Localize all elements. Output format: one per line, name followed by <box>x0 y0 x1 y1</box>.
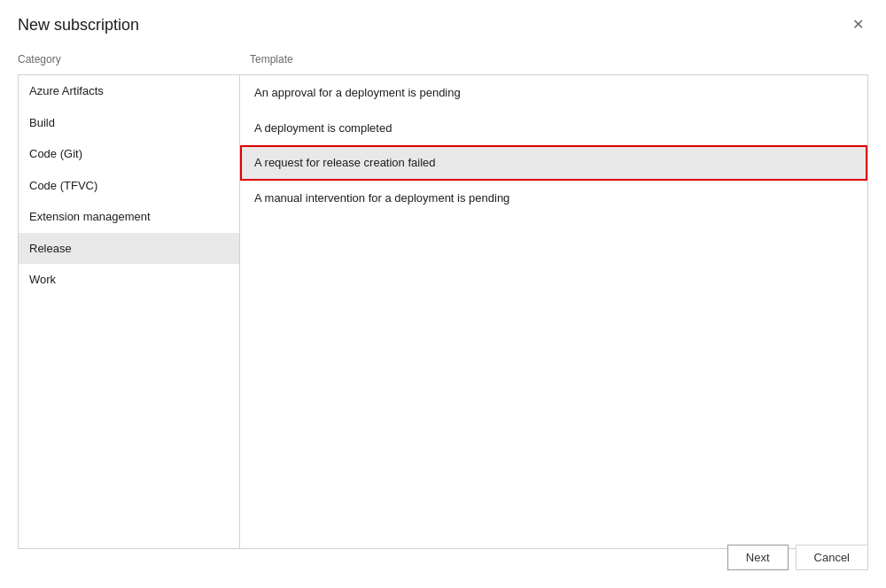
dialog: New subscription ✕ Category Template Azu… <box>0 0 886 588</box>
template-item-approval-pending[interactable]: An approval for a deployment is pending <box>240 75 867 111</box>
template-item-manual-intervention[interactable]: A manual intervention for a deployment i… <box>240 181 867 216</box>
dialog-header: New subscription ✕ <box>0 0 886 43</box>
dialog-footer: Next Cancel <box>727 538 868 570</box>
category-item-code-tfvc[interactable]: Code (TFVC) <box>19 170 239 202</box>
category-item-azure-artifacts[interactable]: Azure Artifacts <box>19 75 239 107</box>
category-item-extension-management[interactable]: Extension management <box>19 201 239 233</box>
columns-header: Category Template <box>18 53 868 69</box>
category-item-code-git[interactable]: Code (Git) <box>19 138 239 170</box>
category-list: Azure ArtifactsBuildCode (Git)Code (TFVC… <box>19 75 240 548</box>
category-item-release[interactable]: Release <box>19 233 239 265</box>
category-item-build[interactable]: Build <box>19 107 239 139</box>
template-list: An approval for a deployment is pendingA… <box>240 75 867 548</box>
template-item-deployment-completed[interactable]: A deployment is completed <box>240 111 867 146</box>
next-button[interactable]: Next <box>727 545 789 570</box>
category-column-header: Category <box>18 53 239 69</box>
columns-body: Azure ArtifactsBuildCode (Git)Code (TFVC… <box>18 74 868 549</box>
close-button[interactable]: ✕ <box>847 14 868 35</box>
template-column-header: Template <box>239 53 868 69</box>
category-item-work[interactable]: Work <box>19 264 239 296</box>
dialog-title: New subscription <box>18 16 139 35</box>
template-item-release-creation-failed[interactable]: A request for release creation failed <box>240 145 867 181</box>
cancel-button[interactable]: Cancel <box>796 545 868 570</box>
dialog-body: Category Template Azure ArtifactsBuildCo… <box>0 43 886 581</box>
